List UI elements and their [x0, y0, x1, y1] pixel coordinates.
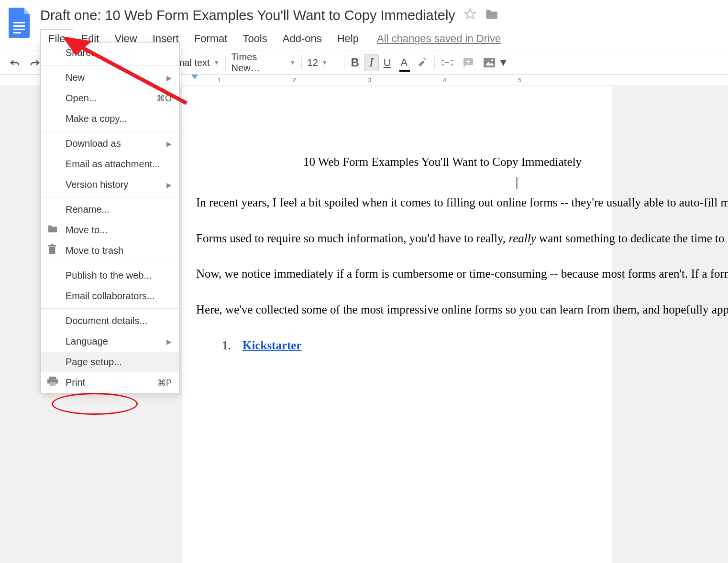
document-heading: 10 Web Form Examples You'll Want to Copy… [196, 153, 612, 172]
text-cursor: | [196, 174, 612, 189]
svg-rect-2 [13, 29, 25, 30]
star-icon[interactable] [464, 8, 476, 23]
ruler-mark: 5 [482, 76, 557, 84]
document-page[interactable]: 10 Web Form Examples You'll Want to Copy… [182, 86, 612, 563]
save-status[interactable]: All changes saved in Drive [377, 32, 501, 45]
svg-rect-1 [13, 25, 25, 27]
text-color-button[interactable]: A [396, 54, 412, 72]
list-number: 1. [222, 339, 231, 352]
svg-rect-3 [13, 32, 21, 33]
print-icon [47, 377, 58, 389]
menu-item-language[interactable]: Language▶ [41, 331, 179, 352]
menu-item-new[interactable]: New▶ [41, 67, 179, 88]
underline-button[interactable]: U [379, 54, 396, 72]
italic-button[interactable]: I [364, 54, 379, 71]
svg-rect-8 [49, 247, 55, 254]
caret-down-icon: ▼ [498, 56, 508, 69]
font-size-value: 12 [308, 57, 318, 68]
paragraph: In recent years, I feel a bit spoiled wh… [196, 194, 612, 212]
caret-down-icon: ▼ [214, 59, 220, 66]
bold-button[interactable]: B [346, 53, 364, 72]
svg-rect-10 [51, 244, 54, 245]
document-title[interactable]: Draft one: 10 Web Form Examples You'll W… [40, 8, 455, 23]
svg-rect-5 [484, 58, 495, 67]
kickstarter-link[interactable]: Kickstarter [243, 339, 302, 352]
shortcut-label: ⌘P [157, 378, 172, 388]
menu-item-page-setup[interactable]: Page setup... [41, 352, 179, 372]
list-item: 1. Kickstarter [196, 336, 612, 355]
menu-item-move-to[interactable]: Move to... [41, 220, 179, 240]
menu-item-version-history[interactable]: Version history▶ [41, 174, 179, 195]
paragraph: Now, we notice immediately if a form is … [196, 265, 612, 283]
submenu-arrow-icon: ▶ [166, 140, 172, 148]
menu-item-document-details[interactable]: Document details... [41, 311, 179, 331]
svg-rect-9 [48, 245, 56, 247]
svg-rect-11 [49, 377, 56, 379]
paragraph: Here, we've collected some of the most i… [196, 301, 612, 319]
highlight-button[interactable] [412, 54, 432, 71]
ruler-mark: 3 [332, 76, 407, 84]
menu-item-rename[interactable]: Rename... [41, 199, 179, 220]
svg-rect-0 [13, 22, 25, 23]
menu-item-download-as[interactable]: Download as▶ [41, 133, 179, 154]
submenu-arrow-icon: ▶ [166, 181, 172, 189]
caret-down-icon: ▼ [290, 59, 296, 66]
insert-link-button[interactable] [437, 56, 458, 69]
add-comment-button[interactable] [458, 54, 479, 71]
menu-addons[interactable]: Add-ons [275, 30, 330, 48]
folder-icon [47, 225, 58, 236]
caret-down-icon: ▼ [322, 59, 328, 66]
google-docs-icon[interactable] [9, 8, 32, 38]
menu-file[interactable]: File [40, 29, 73, 48]
menu-item-email-attachment[interactable]: Email as attachment... [41, 154, 179, 174]
menu-item-print[interactable]: Print ⌘P [41, 372, 179, 393]
svg-marker-4 [465, 9, 475, 19]
menu-item-make-copy[interactable]: Make a copy... [41, 108, 179, 129]
menu-help[interactable]: Help [330, 30, 366, 48]
submenu-arrow-icon: ▶ [166, 338, 172, 346]
menu-tools[interactable]: Tools [235, 30, 275, 48]
font-size-dropdown[interactable]: 12 ▼ [304, 55, 342, 70]
menu-item-open[interactable]: Open...⌘O [41, 88, 179, 108]
font-family-dropdown[interactable]: Times New… ▼ [228, 50, 299, 76]
menu-item-email-collaborators[interactable]: Email collaborators... [41, 286, 179, 306]
svg-rect-13 [50, 382, 56, 386]
shortcut-label: ⌘O [156, 93, 172, 104]
insert-image-button[interactable]: ▼ [479, 54, 513, 72]
font-family-value: Times New… [232, 52, 286, 74]
undo-button[interactable] [5, 55, 25, 70]
ruler-mark: 2 [257, 76, 332, 84]
file-menu-dropdown: Share... New▶ Open...⌘O Make a copy... D… [40, 42, 180, 393]
menu-item-move-to-trash[interactable]: Move to trash [41, 240, 179, 261]
paragraph: Forms used to require so much informatio… [196, 229, 612, 248]
ruler-mark: 4 [407, 76, 482, 84]
svg-point-7 [491, 59, 493, 61]
menu-item-publish-web[interactable]: Publish to the web... [41, 265, 179, 286]
submenu-arrow-icon: ▶ [166, 74, 172, 82]
indent-marker-icon[interactable] [191, 75, 198, 79]
trash-icon [47, 244, 57, 257]
menu-format[interactable]: Format [187, 30, 235, 48]
folder-icon[interactable] [485, 8, 498, 23]
